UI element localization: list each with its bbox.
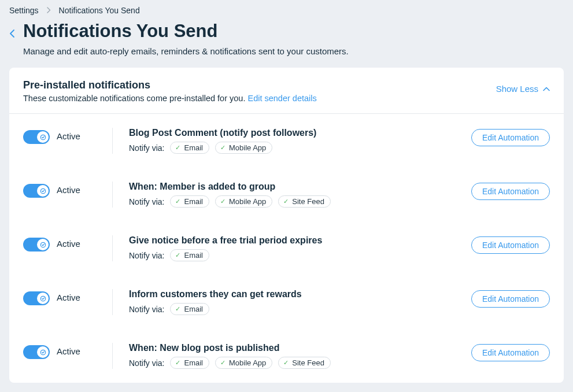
vertical-divider	[112, 343, 113, 369]
notification-row: ActiveInform customers they can get rewa…	[9, 275, 564, 329]
channel-chip: ✓Email	[170, 357, 209, 369]
check-icon: ✓	[175, 145, 180, 151]
vertical-divider	[112, 182, 113, 208]
active-toggle[interactable]	[23, 291, 50, 305]
notify-via-label: Notify via:	[129, 251, 164, 260]
check-icon: ✓	[220, 360, 225, 366]
vertical-divider	[112, 289, 113, 315]
show-less-toggle[interactable]: Show Less	[496, 84, 550, 94]
channel-chip: ✓Mobile App	[215, 195, 272, 208]
active-toggle[interactable]	[23, 345, 50, 359]
section-title: Pre-installed notifications	[23, 79, 317, 91]
notification-row: ActiveWhen: Member is added to groupNoti…	[9, 168, 564, 221]
edit-automation-button[interactable]: Edit Automation	[471, 344, 550, 361]
active-toggle[interactable]	[23, 130, 50, 144]
vertical-divider	[112, 128, 113, 154]
vertical-divider	[112, 235, 113, 261]
status-label: Active	[57, 289, 112, 302]
breadcrumb: Settings Notifications You Send	[0, 0, 573, 15]
card-header: Pre-installed notifications These custom…	[9, 68, 564, 114]
check-icon: ✓	[283, 360, 289, 366]
preinstalled-card: Pre-installed notifications These custom…	[9, 68, 564, 383]
notify-via-label: Notify via:	[129, 143, 164, 153]
edit-automation-button[interactable]: Edit Automation	[471, 183, 550, 200]
notification-title: Give notice before a free trial period e…	[129, 235, 462, 246]
breadcrumb-current: Notifications You Send	[59, 6, 140, 15]
chevron-right-icon	[47, 6, 51, 15]
notify-via-label: Notify via:	[129, 197, 164, 206]
check-icon: ✓	[175, 198, 180, 205]
page-title: Notifications You Send	[23, 21, 349, 42]
channel-chip: ✓Email	[170, 195, 209, 208]
notification-title: When: New blog post is published	[129, 343, 462, 353]
channel-chip: ✓Email	[170, 142, 209, 154]
edit-automation-button[interactable]: Edit Automation	[471, 236, 550, 254]
channel-chip: ✓Email	[170, 303, 209, 315]
edit-automation-button[interactable]: Edit Automation	[471, 290, 550, 308]
status-label: Active	[57, 343, 112, 356]
section-desc: These customizable notifications come pr…	[23, 94, 317, 103]
status-label: Active	[57, 128, 112, 141]
status-label: Active	[57, 235, 112, 249]
notify-via-label: Notify via:	[129, 358, 164, 368]
page-header: Notifications You Send Manage and edit a…	[0, 15, 573, 68]
notification-row: ActiveWhen: New blog post is publishedNo…	[9, 329, 564, 383]
chevron-up-icon	[543, 87, 550, 91]
notification-row: ActiveGive notice before a free trial pe…	[9, 221, 564, 275]
check-icon: ✓	[175, 306, 180, 312]
notification-title: Blog Post Comment (notify post followers…	[129, 128, 462, 138]
channel-chip: ✓Mobile App	[215, 357, 272, 369]
breadcrumb-root[interactable]: Settings	[9, 6, 39, 15]
notification-row: ActiveBlog Post Comment (notify post fol…	[9, 114, 564, 168]
check-icon: ✓	[220, 198, 225, 205]
edit-sender-details-link[interactable]: Edit sender details	[247, 94, 316, 103]
notification-title: When: Member is added to group	[129, 182, 462, 192]
back-arrow-icon[interactable]	[9, 29, 15, 40]
check-icon: ✓	[175, 252, 180, 258]
channel-chip: ✓Site Feed	[278, 195, 331, 208]
active-toggle[interactable]	[23, 238, 50, 252]
status-label: Active	[57, 182, 112, 195]
notification-title: Inform customers they can get rewards	[129, 289, 462, 299]
edit-automation-button[interactable]: Edit Automation	[471, 129, 550, 146]
active-toggle[interactable]	[23, 184, 50, 198]
check-icon: ✓	[175, 360, 180, 366]
channel-chip: ✓Mobile App	[215, 142, 272, 154]
page-subtitle: Manage and edit auto-reply emails, remin…	[23, 46, 349, 56]
channel-chip: ✓Site Feed	[278, 357, 331, 369]
notify-via-label: Notify via:	[129, 305, 164, 314]
check-icon: ✓	[220, 145, 225, 151]
check-icon: ✓	[283, 198, 289, 205]
channel-chip: ✓Email	[170, 249, 209, 261]
